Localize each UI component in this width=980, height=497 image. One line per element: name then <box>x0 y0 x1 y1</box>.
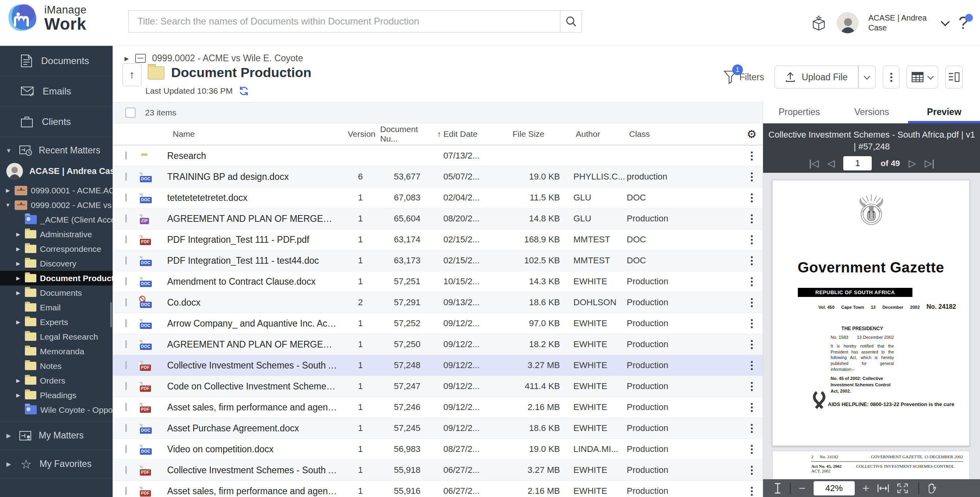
sidebar-item-recent-matters[interactable]: ▼ Recent Matters <box>0 140 113 161</box>
document-name[interactable]: PDF Integration_Test 111 - PDF.pdf <box>167 234 343 245</box>
column-header-document-number[interactable]: Document Nu... ↑ <box>378 125 441 144</box>
table-row[interactable]: Collective Investment Schemes - South A.… <box>113 355 763 376</box>
tree-item[interactable]: Discovery <box>0 256 113 271</box>
document-name[interactable]: Asset Purchase Agreement.docx <box>167 423 343 434</box>
pan-hand-icon[interactable] <box>927 483 937 494</box>
table-row[interactable]: Amendment to Contract Clause.docx 1 57,2… <box>113 271 763 292</box>
tree-item[interactable]: Orders <box>0 373 113 388</box>
help-button[interactable]: ? <box>959 13 972 33</box>
page-number-input[interactable] <box>843 156 872 170</box>
document-name[interactable]: Collective Investment Schemes - South A.… <box>167 465 343 476</box>
column-header-name[interactable]: Name <box>167 129 343 139</box>
document-name[interactable]: tetetetetetretet.docx <box>167 193 343 203</box>
tree-item[interactable]: Correspondence <box>0 242 113 256</box>
row-checkbox[interactable] <box>125 214 127 223</box>
row-menu-button[interactable] <box>741 427 763 429</box>
select-all-checkbox[interactable] <box>125 108 136 118</box>
expand-arrow-icon[interactable] <box>15 378 21 384</box>
row-checkbox[interactable] <box>125 445 127 453</box>
user-menu-label[interactable]: ACASE | Andrea Case <box>869 13 932 33</box>
document-name[interactable]: Code on Collective Investment Schemes...… <box>167 381 343 392</box>
column-header-class[interactable]: Class <box>627 129 706 139</box>
previous-page-button[interactable]: ◁ <box>827 158 835 169</box>
row-menu-button[interactable] <box>741 386 763 387</box>
row-menu-button[interactable] <box>741 323 763 325</box>
row-menu-button[interactable] <box>741 365 763 367</box>
row-menu-button[interactable] <box>741 302 763 304</box>
more-actions-button[interactable] <box>883 66 899 89</box>
zoom-out-icon[interactable]: − <box>799 482 806 495</box>
table-row[interactable]: Video on competition.docx 1 56,983 08/27… <box>113 439 763 460</box>
row-checkbox[interactable] <box>125 193 127 202</box>
document-name[interactable]: Asset sales, firm performance and agenc.… <box>167 402 343 413</box>
row-checkbox[interactable] <box>125 277 127 285</box>
row-checkbox[interactable] <box>125 403 127 411</box>
document-name[interactable]: Amendment to Contract Clause.docx <box>167 276 343 287</box>
upload-file-button[interactable]: Upload File <box>775 66 858 89</box>
breadcrumb-expand-icon[interactable]: ▶ <box>124 55 129 62</box>
row-menu-button[interactable] <box>741 448 763 450</box>
expand-arrow-icon[interactable] <box>15 392 21 398</box>
expand-arrow-icon[interactable] <box>5 202 11 208</box>
table-row[interactable]: Asset sales, firm performance and agenc.… <box>113 481 763 497</box>
expand-arrow-icon[interactable]: ▶ <box>5 432 13 439</box>
row-checkbox[interactable] <box>125 424 127 432</box>
row-menu-button[interactable] <box>741 406 763 408</box>
row-checkbox[interactable] <box>125 256 127 265</box>
tree-item[interactable]: 0999.0002 - ACME vs Wile <box>0 198 113 212</box>
search-button[interactable] <box>560 10 582 32</box>
tree-item[interactable]: 0999.0001 - ACME.ACME M <box>0 183 113 198</box>
tree-item[interactable]: Wile Coyote - Opposing <box>0 403 113 417</box>
document-name[interactable]: AGREEMENT AND PLAN OF MERGER.docx <box>167 339 343 350</box>
document-name[interactable]: Asset sales, firm performance and agenc.… <box>167 486 343 497</box>
row-menu-button[interactable] <box>741 344 763 346</box>
sidebar-item-my-matters[interactable]: ▶ My Matters <box>0 421 113 450</box>
document-name[interactable]: PDF Integration_Test 111 - test44.doc <box>167 255 343 266</box>
tree-item[interactable]: Legal Research <box>0 329 113 344</box>
table-row[interactable]: AGREEMENT AND PLAN OF MERGER.zip 1 65,60… <box>113 208 763 229</box>
column-header-edit-date[interactable]: Edit Date <box>441 129 510 139</box>
last-page-button[interactable]: ▷| <box>925 158 935 169</box>
document-name[interactable]: AGREEMENT AND PLAN OF MERGER.zip <box>167 214 343 224</box>
document-name[interactable]: TRAINING BP ad design.docx <box>167 172 343 182</box>
sidebar-item-documents[interactable]: Documents <box>0 46 113 76</box>
tree-item[interactable]: _ACME (Client Access) <box>0 212 113 227</box>
toggle-preview-panel-button[interactable] <box>945 66 963 89</box>
table-row[interactable]: TRAINING BP ad design.docx 6 53,677 05/0… <box>113 166 763 187</box>
tab-preview[interactable]: Preview <box>908 101 980 123</box>
row-menu-button[interactable] <box>741 260 763 262</box>
row-checkbox[interactable] <box>125 361 127 369</box>
imanage-work-logo[interactable]: iManage Work <box>6 3 87 34</box>
tree-item[interactable]: Pleadings <box>0 388 113 403</box>
row-menu-button[interactable] <box>741 281 763 283</box>
row-checkbox[interactable] <box>125 298 127 306</box>
table-row[interactable]: Code on Collective Investment Schemes...… <box>113 376 763 397</box>
tree-item[interactable]: Administrative <box>0 227 113 242</box>
expand-arrow-icon[interactable] <box>15 246 21 252</box>
row-menu-button[interactable] <box>741 218 763 220</box>
table-row[interactable]: Co.docx 2 57,291 09/13/2... 18.6 KB DOHL… <box>113 292 763 313</box>
row-menu-button[interactable] <box>741 197 763 199</box>
column-header-file-size[interactable]: File Size <box>510 129 573 139</box>
table-row[interactable]: AGREEMENT AND PLAN OF MERGER.docx 1 57,2… <box>113 334 763 355</box>
chevron-down-icon[interactable] <box>940 17 950 26</box>
row-menu-button[interactable] <box>741 469 763 471</box>
upload-options-button[interactable] <box>858 66 876 89</box>
first-page-button[interactable]: |◁ <box>809 158 819 169</box>
search-input[interactable] <box>128 10 560 32</box>
row-checkbox[interactable] <box>125 319 127 327</box>
table-row[interactable]: Collective Investment Schemes - South A.… <box>113 460 763 481</box>
row-checkbox[interactable] <box>125 235 127 244</box>
breadcrumb-label[interactable]: 0999.0002 - ACME vs Wile E. Coyote <box>152 53 303 64</box>
expand-arrow-icon[interactable] <box>15 261 21 266</box>
next-page-button[interactable]: ▷ <box>909 158 916 169</box>
tree-item[interactable]: Memoranda <box>0 344 113 359</box>
table-row[interactable]: Asset Purchase Agreement.docx 1 57,245 0… <box>113 418 763 439</box>
table-row[interactable]: PDF Integration_Test 111 - PDF.pdf 1 63,… <box>113 229 763 250</box>
table-row[interactable]: tetetetetetretet.docx 1 67,083 02/04/2..… <box>113 187 763 208</box>
row-menu-button[interactable] <box>741 155 763 157</box>
sidebar-scrollbar[interactable] <box>110 302 112 327</box>
expand-arrow-icon[interactable] <box>15 319 21 325</box>
sidebar-user-item[interactable]: ACASE | Andrea Case <box>0 161 113 181</box>
whats-new-box-icon[interactable] <box>811 15 827 31</box>
